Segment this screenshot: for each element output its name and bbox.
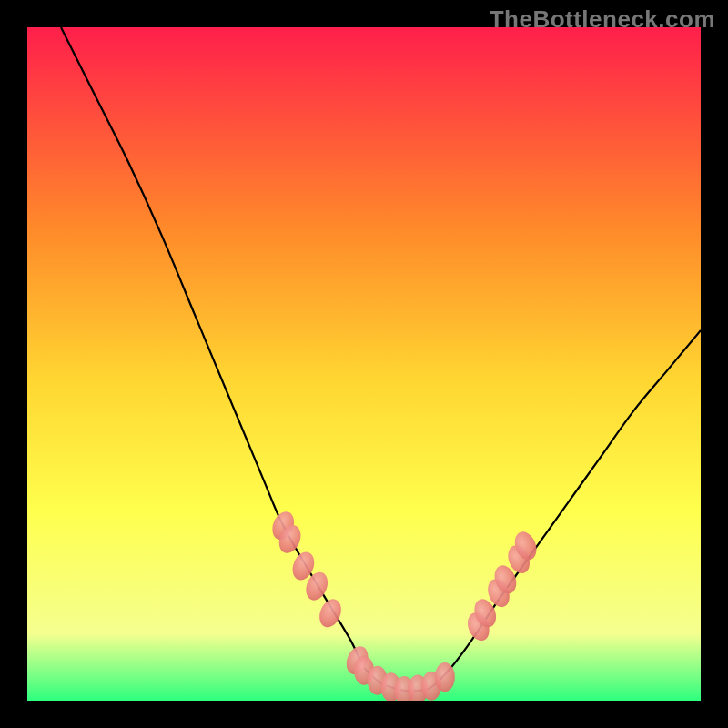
chart-svg [27, 27, 701, 701]
chart-background [27, 27, 701, 701]
chart-frame: TheBottleneck.com [0, 0, 728, 728]
watermark-text: TheBottleneck.com [490, 5, 715, 34]
chart-marker [435, 662, 455, 692]
chart-plot [27, 27, 701, 701]
